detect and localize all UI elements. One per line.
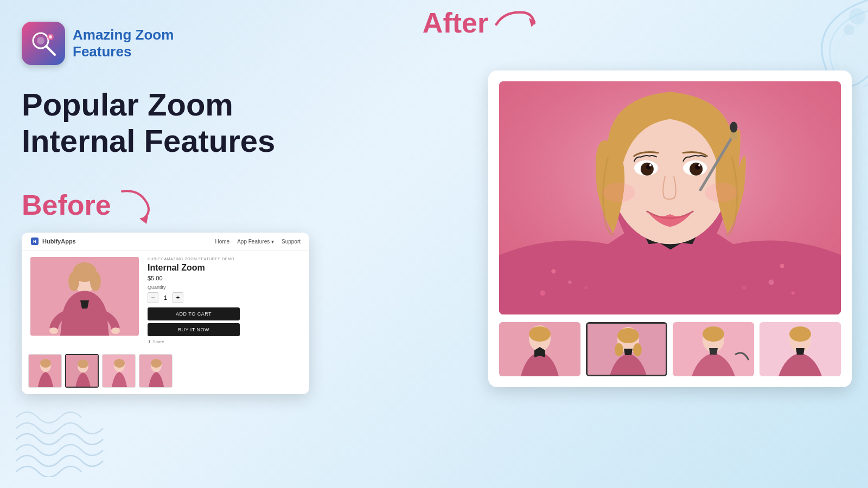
svg-point-6 xyxy=(49,35,52,38)
svg-point-15 xyxy=(49,328,58,334)
svg-point-44 xyxy=(641,163,654,176)
before-section-header: Before xyxy=(22,186,391,224)
svg-marker-7 xyxy=(139,216,148,224)
main-heading: Popular Zoom Internal Features xyxy=(22,87,391,159)
quantity-controls: − 1 + xyxy=(148,292,301,303)
svg-point-3 xyxy=(37,37,44,44)
svg-point-32 xyxy=(551,269,556,273)
logo-text: Amazing Zoom Features xyxy=(73,27,174,60)
svg-point-16 xyxy=(111,328,120,334)
quantity-increase-button[interactable]: + xyxy=(173,292,183,303)
after-thumbnails xyxy=(499,322,841,376)
before-label: Before xyxy=(22,186,391,224)
after-card xyxy=(488,70,852,387)
svg-point-50 xyxy=(603,183,635,202)
svg-point-49 xyxy=(698,164,700,166)
thumbnail-3[interactable] xyxy=(102,354,136,388)
before-product-image xyxy=(30,257,139,336)
svg-point-39 xyxy=(742,286,746,290)
left-panel: Amazing Zoom Features Popular Zoom Inter… xyxy=(22,22,391,394)
thumbnail-1[interactable] xyxy=(28,354,62,388)
svg-text:H: H xyxy=(33,239,36,244)
product-subtitle: HUBIFY AMAZING ZOOM FEATURES DEMO xyxy=(148,257,301,261)
svg-point-33 xyxy=(568,280,571,284)
svg-point-57 xyxy=(529,326,551,342)
after-thumb-2-selected[interactable] xyxy=(586,322,667,376)
after-thumb-4[interactable] xyxy=(760,322,841,376)
before-product-details: HUBIFY AMAZING ZOOM FEATURES DEMO Intern… xyxy=(148,257,301,344)
svg-point-37 xyxy=(792,292,795,295)
svg-point-28 xyxy=(151,359,162,368)
svg-point-68 xyxy=(789,326,811,342)
before-card-body: HUBIFY AMAZING ZOOM FEATURES DEMO Intern… xyxy=(22,251,309,351)
logo-area: Amazing Zoom Features xyxy=(22,22,391,65)
after-main-image xyxy=(499,81,841,314)
quantity-label: Quantity xyxy=(148,285,301,290)
thumbnail-2[interactable] xyxy=(65,354,99,388)
svg-point-13 xyxy=(68,272,79,291)
svg-point-34 xyxy=(540,291,545,296)
svg-point-14 xyxy=(90,272,101,291)
buy-now-button[interactable]: BUY IT NOW xyxy=(148,323,240,336)
svg-point-22 xyxy=(78,359,88,368)
hubify-icon: H xyxy=(30,237,39,246)
before-nav: H HubifyApps Home App Features ▾ Support xyxy=(22,233,309,251)
svg-point-35 xyxy=(780,264,784,268)
svg-point-61 xyxy=(615,343,623,356)
quantity-decrease-button[interactable]: − xyxy=(148,292,158,303)
app-logo-icon xyxy=(22,22,65,65)
svg-point-62 xyxy=(633,343,642,356)
quantity-value: 1 xyxy=(161,294,170,301)
thumbnail-4[interactable] xyxy=(139,354,173,388)
right-panel xyxy=(488,33,852,387)
add-to-cart-button[interactable]: ADD TO CART xyxy=(148,307,240,320)
product-price: $5.00 xyxy=(148,275,301,281)
svg-line-4 xyxy=(46,46,55,55)
svg-point-65 xyxy=(703,326,724,342)
svg-point-25 xyxy=(114,359,125,368)
nav-logo: H HubifyApps xyxy=(30,237,76,246)
svg-point-45 xyxy=(690,163,703,176)
product-title: Internal Zoom xyxy=(148,263,301,273)
after-thumb-1[interactable] xyxy=(499,322,580,376)
svg-point-60 xyxy=(617,328,639,343)
svg-point-54 xyxy=(730,122,737,133)
before-arrow-icon xyxy=(117,186,160,224)
share-link[interactable]: ⬆ Share xyxy=(148,339,301,344)
svg-point-19 xyxy=(40,359,51,368)
before-thumbnails xyxy=(22,351,309,394)
svg-point-38 xyxy=(585,286,588,290)
svg-point-51 xyxy=(705,183,737,202)
svg-point-0 xyxy=(849,8,865,24)
svg-point-36 xyxy=(769,279,774,285)
after-thumb-3[interactable] xyxy=(673,322,754,376)
svg-point-48 xyxy=(649,164,652,166)
nav-links: Home App Features ▾ Support xyxy=(215,239,301,245)
before-card: H HubifyApps Home App Features ▾ Support xyxy=(22,233,309,394)
